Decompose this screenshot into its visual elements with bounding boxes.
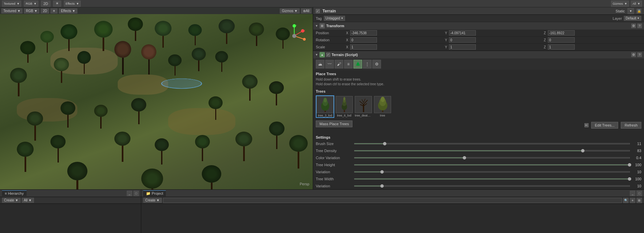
tag-dropdown[interactable]: Untagged ▼: [324, 16, 345, 21]
svg-text:Z: Z: [303, 38, 305, 41]
layer-dropdown[interactable]: Default ▼: [624, 16, 641, 21]
active-checkbox[interactable]: ✓: [316, 9, 320, 13]
rot-y-input[interactable]: [449, 37, 476, 43]
static-dropdown[interactable]: ▼: [628, 8, 634, 14]
scene-2d-btn[interactable]: 2D: [41, 8, 49, 13]
terrain-detail-tool[interactable]: ≡: [344, 60, 353, 68]
project-maximize-icon[interactable]: □: [637, 191, 642, 196]
hierarchy-create-btn[interactable]: Create ▼: [2, 198, 21, 203]
scene-gizmos-btn[interactable]: Gizmos ▼: [280, 8, 300, 13]
terrain-settings-tool[interactable]: ⚙: [372, 60, 381, 68]
all-dropdown-right[interactable]: All ▼: [631, 1, 642, 7]
terrain-help-icon[interactable]: ?: [637, 52, 642, 57]
tree-width-slider[interactable]: [354, 178, 630, 180]
terrain-grass-tool[interactable]: ⋮: [363, 60, 372, 68]
scene-tree: [141, 169, 163, 189]
refresh-button[interactable]: Refresh: [621, 122, 641, 129]
project-grid-icon[interactable]: ⊞: [637, 198, 642, 203]
hierarchy-tab[interactable]: ≡ Hierarchy: [2, 190, 27, 196]
tree-density-row: Tree Density 83: [316, 148, 641, 154]
brush-size-row: Brush Size 11: [316, 141, 641, 147]
project-toolbar: Create ▼ 🔍 ≡ ⊞: [141, 197, 644, 204]
project-minimize-icon[interactable]: _: [630, 191, 635, 196]
effects-dropdown[interactable]: Effects ▼: [64, 1, 81, 7]
project-search-input[interactable]: [163, 198, 622, 203]
color-variation-slider[interactable]: [354, 157, 630, 158]
project-search-icon[interactable]: 🔍: [623, 198, 629, 203]
project-list-icon[interactable]: ≡: [630, 198, 635, 203]
toolbar-right: Gizmos ▼ All ▼: [611, 1, 642, 7]
tree-thumb-img-4: [374, 96, 391, 113]
project-create-btn[interactable]: Create ▼: [143, 198, 162, 203]
terrain-smooth-tool[interactable]: 〰: [325, 60, 334, 68]
terrain-trees-tool[interactable]: 🌲: [353, 60, 362, 68]
tree-thumb-img-3: [355, 96, 372, 113]
light-icon-btn[interactable]: ☀: [53, 1, 61, 7]
transform-header[interactable]: ▼ ⊞ Transform ⚙ ?: [313, 22, 644, 30]
svg-point-18: [343, 97, 345, 100]
hierarchy-all-btn[interactable]: All ▼: [22, 198, 34, 203]
textured-arrow-icon: ▼: [17, 2, 20, 5]
pos-x-input[interactable]: [350, 30, 377, 36]
terrain-script-header[interactable]: ▼ ▲ ✓ Terrain (Script) ⚙ ?: [313, 51, 644, 58]
edit-trees-button[interactable]: Edit Trees...: [591, 122, 618, 129]
mass-place-trees-button[interactable]: Mass Place Trees: [316, 121, 352, 127]
tree-thumb-img-1: [316, 96, 334, 113]
scene-tree: [94, 105, 108, 129]
rot-z-input[interactable]: [548, 37, 575, 43]
transform-settings-icon[interactable]: ⚙: [631, 24, 636, 28]
scene-tree-dark: [141, 44, 156, 75]
tree-thumb-2[interactable]: tree_6_lod: [335, 95, 353, 118]
help-text: Hold down shift to erase trees. Hold dow…: [316, 77, 641, 87]
terrain-script-checkbox[interactable]: ✓: [326, 53, 330, 57]
tree-height-slider[interactable]: [354, 164, 630, 166]
project-content: [141, 204, 644, 233]
hierarchy-minimize-icon[interactable]: _: [127, 191, 132, 196]
scene-tree: [27, 111, 43, 141]
static-label: Static: [616, 9, 625, 13]
transform-help-icon[interactable]: ?: [637, 24, 642, 28]
rot-x-input[interactable]: [350, 37, 377, 43]
svg-point-29: [381, 97, 385, 102]
project-tab[interactable]: 📁 Project: [143, 190, 166, 196]
scene-tree: [94, 21, 113, 51]
inspector-title: Terrain: [323, 9, 613, 13]
width-variation-slider[interactable]: [354, 185, 630, 187]
scene-tree: [235, 132, 252, 161]
top-toolbar: Textured ▼ RGB ▼ 2D ☀ Effects ▼ Gizmos ▼…: [0, 0, 644, 7]
scene-fx-btn[interactable]: Effects ▼: [59, 8, 77, 13]
scene-view[interactable]: Textured ▼ RGB ▼ 2D ☀ Effects ▼ Gizmos ▼…: [0, 7, 313, 189]
pos-z-input[interactable]: [548, 30, 575, 36]
tree-density-slider[interactable]: [354, 150, 630, 151]
pos-y-input[interactable]: [449, 30, 476, 36]
gizmos-dropdown[interactable]: Gizmos ▼: [611, 1, 629, 7]
textured-dropdown[interactable]: Textured ▼: [2, 1, 21, 7]
tree-buttons-row: Mass Place Trees ✏ Edit Trees... Refresh: [316, 121, 641, 130]
edit-trees-checkbox[interactable]: ✏: [584, 123, 589, 127]
scale-z-input[interactable]: [548, 44, 575, 50]
lock-icon[interactable]: 🔒: [637, 9, 641, 13]
tree-thumb-4[interactable]: tree: [373, 95, 392, 118]
terrain-raise-tool[interactable]: ⛰: [316, 60, 325, 68]
height-variation-slider[interactable]: [354, 171, 630, 173]
svg-text:Y: Y: [295, 24, 297, 27]
tree-thumb-3[interactable]: tree_death_Tree_4_terrai: [354, 95, 373, 118]
transform-component: ▼ ⊞ Transform ⚙ ? Position X: [313, 22, 644, 51]
brush-size-slider[interactable]: [354, 143, 630, 144]
scene-tree: [20, 41, 35, 63]
scale-y-input[interactable]: [449, 44, 476, 50]
terrain-settings-icon[interactable]: ⚙: [631, 52, 636, 57]
scale-x-input[interactable]: [350, 44, 377, 50]
hierarchy-maximize-icon[interactable]: □: [134, 191, 139, 196]
rgb-dropdown[interactable]: RGB ▼: [24, 1, 38, 7]
inspector-content: Tag Untagged ▼ Layer Default ▼ ▼ ⊞ Trans…: [313, 15, 644, 189]
twod-button[interactable]: 2D: [41, 1, 50, 7]
tree-thumb-1[interactable]: tree_3_lod: [316, 95, 334, 118]
scene-all-btn[interactable]: ⊕All: [301, 8, 311, 13]
scene-textured-btn[interactable]: Textured ▼: [1, 8, 23, 13]
hierarchy-toolbar: Create ▼ All ▼: [0, 197, 141, 204]
scene-light-btn[interactable]: ☀: [50, 8, 58, 13]
tree-thumb-img-2: [336, 96, 353, 113]
terrain-paint-tool[interactable]: 🖌: [335, 60, 343, 68]
scene-rgb-btn[interactable]: RGB ▼: [24, 8, 39, 13]
